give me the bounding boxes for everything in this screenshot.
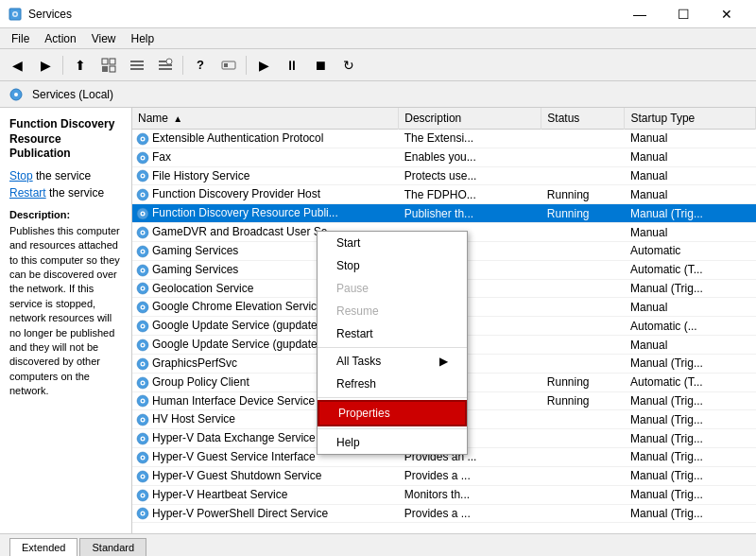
content-area: Function Discovery Resource Publication …: [0, 108, 756, 533]
cell-startup: Automatic (...: [625, 317, 756, 336]
cell-startup: Manual: [625, 148, 756, 166]
cell-desc: The FDPHO...: [399, 185, 541, 204]
svg-point-13: [166, 59, 172, 64]
context-menu-item-start[interactable]: Start: [318, 232, 467, 254]
cell-status: [541, 336, 625, 355]
tab-extended[interactable]: Extended: [9, 538, 77, 556]
cell-status: [541, 317, 625, 336]
menu-bar: File Action View Help: [0, 28, 756, 49]
restart-link[interactable]: Restart: [9, 186, 46, 200]
toolbar-stop[interactable]: ⏹: [307, 53, 334, 78]
service-icon: [136, 394, 149, 408]
cell-startup: Automatic: [625, 241, 756, 260]
toolbar-up[interactable]: ⬆: [67, 53, 94, 78]
menu-view[interactable]: View: [84, 30, 124, 47]
context-menu-item-restart[interactable]: Restart: [318, 322, 467, 345]
table-row[interactable]: Function Discovery Resource Publi... Pub…: [132, 204, 756, 223]
cell-startup: Manual (Trig...: [625, 448, 756, 467]
cell-startup: Manual (Trig...: [625, 391, 756, 410]
context-menu-item-properties[interactable]: Properties: [318, 400, 467, 426]
cell-desc: Publisher th...: [399, 204, 541, 223]
cell-name: Hyper-V Heartbeat Service: [132, 485, 399, 504]
cell-status: [541, 166, 625, 185]
cell-desc: The Extensi...: [399, 130, 541, 148]
minimize-button[interactable]: —: [618, 0, 662, 28]
context-menu-item-help[interactable]: Help: [318, 431, 467, 454]
col-header-name[interactable]: Name ▲: [132, 108, 399, 130]
svg-point-62: [142, 400, 144, 402]
cell-startup: Manual: [625, 185, 756, 204]
service-icon: [136, 245, 149, 258]
table-row[interactable]: Fax Enables you... Manual: [132, 148, 756, 166]
cell-status: Running: [541, 185, 625, 204]
cell-name: Function Discovery Resource Publi...: [132, 204, 399, 223]
cell-status: Running: [541, 391, 625, 410]
service-icon: [136, 357, 149, 371]
svg-rect-12: [159, 68, 172, 70]
cell-status: Running: [541, 204, 625, 223]
submenu-arrow: ▶: [439, 355, 448, 368]
service-icon: [136, 264, 149, 277]
toolbar-back[interactable]: ◀: [4, 53, 30, 78]
context-menu-label: Resume: [336, 304, 379, 318]
menu-help[interactable]: Help: [124, 30, 163, 47]
service-icon: [136, 282, 149, 295]
tab-standard[interactable]: Standard: [79, 538, 146, 556]
services-panel: Name ▲ Description Status Startup Type E…: [132, 108, 756, 533]
service-icon: [136, 413, 149, 426]
toolbar-show-hide[interactable]: [95, 53, 122, 78]
service-icon: [136, 132, 149, 146]
toolbar-play[interactable]: ▶: [250, 53, 277, 78]
cell-status: [541, 429, 625, 448]
cell-status: [541, 410, 625, 429]
svg-rect-4: [110, 59, 115, 64]
svg-point-23: [142, 156, 144, 158]
cell-startup: Automatic (T...: [625, 373, 756, 391]
context-menu-separator: [318, 347, 467, 348]
toolbar-help[interactable]: ?: [187, 53, 214, 78]
toolbar-btn2[interactable]: [124, 53, 150, 78]
maximize-button[interactable]: ☐: [662, 0, 705, 28]
service-icon: [136, 226, 149, 239]
menu-action[interactable]: Action: [37, 30, 83, 47]
col-header-desc[interactable]: Description: [399, 108, 541, 130]
context-menu-label: All Tasks: [336, 355, 381, 368]
col-header-status[interactable]: Status: [541, 108, 625, 130]
cell-name: Function Discovery Provider Host: [132, 185, 399, 204]
cell-status: [541, 448, 625, 467]
context-menu-item-stop[interactable]: Stop: [318, 254, 467, 277]
svg-point-53: [142, 344, 144, 346]
table-row[interactable]: Extensible Authentication Protocol The E…: [132, 130, 756, 148]
cell-status: [541, 504, 625, 523]
table-row[interactable]: Hyper-V Guest Shutdown Service Provides …: [132, 466, 756, 485]
table-row[interactable]: Function Discovery Provider Host The FDP…: [132, 185, 756, 204]
table-row[interactable]: Hyper-V Heartbeat Service Monitors th...…: [132, 485, 756, 504]
context-menu-item-refresh[interactable]: Refresh: [318, 373, 467, 395]
menu-file[interactable]: File: [4, 30, 37, 47]
toolbar-forward[interactable]: ▶: [32, 53, 59, 78]
close-button[interactable]: ✕: [705, 0, 748, 28]
cell-desc: Enables you...: [399, 148, 541, 166]
toolbar-btn3[interactable]: [152, 53, 179, 78]
stop-link[interactable]: Stop: [9, 169, 33, 182]
title-bar: Services — ☐ ✕: [0, 0, 756, 28]
context-menu-item-all-tasks[interactable]: All Tasks▶: [318, 350, 467, 373]
toolbar-btn4[interactable]: [215, 53, 242, 78]
table-header: Name ▲ Description Status Startup Type: [132, 108, 756, 130]
toolbar-restart[interactable]: ↻: [335, 53, 362, 78]
cell-name: Hyper-V PowerShell Direct Service: [132, 504, 399, 523]
col-header-startup[interactable]: Startup Type: [625, 108, 756, 130]
table-row[interactable]: Hyper-V PowerShell Direct Service Provid…: [132, 504, 756, 523]
svg-point-68: [142, 438, 144, 440]
cell-status: [541, 130, 625, 148]
service-icon: [136, 432, 149, 445]
cell-startup: Manual (Trig...: [625, 429, 756, 448]
svg-point-20: [142, 138, 144, 140]
context-menu-label: Restart: [336, 327, 373, 340]
table-row[interactable]: File History Service Protects use... Man…: [132, 166, 756, 185]
toolbar-pause[interactable]: ⏸: [279, 53, 305, 78]
header-bar: Services (Local): [0, 81, 756, 108]
svg-rect-6: [110, 66, 115, 72]
service-icon: [136, 320, 149, 333]
title-text: Services: [28, 8, 72, 21]
